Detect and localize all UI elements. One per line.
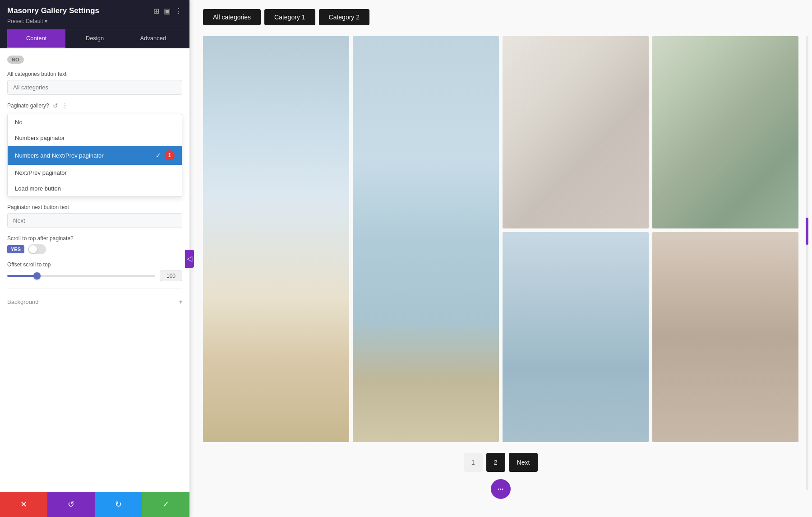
slider-fill [7,275,37,277]
reset-button[interactable]: ↺ [47,492,95,517]
yes-label: YES [7,245,24,253]
page-btn-1[interactable]: 1 [464,453,483,472]
gallery-preview: All categories Category 1 Category 2 1 2 [189,0,812,517]
save-button[interactable]: ✓ [142,492,189,517]
paginate-dropdown: No Numbers paginator Numbers and Next/Pr… [7,114,182,197]
tabs-row: Content Design Advanced [7,29,182,48]
yes-toggle-row: YES [7,244,182,254]
scroll-top-label: Scroll to top after paginate? [7,235,182,242]
dropdown-option-numbers[interactable]: Numbers paginator [8,130,182,146]
gallery-image-3[interactable] [503,36,649,228]
save-icon: ✓ [162,499,169,509]
dots-menu-button[interactable]: ••• [491,479,511,499]
resize-handle[interactable]: ◁ [185,250,194,268]
pagination-buttons: 1 2 Next [464,453,538,472]
gallery-image-2[interactable] [353,36,499,442]
gallery-image-4[interactable] [652,36,798,228]
toggle-row: NO [7,56,182,64]
dropdown-option-next-prev[interactable]: Next/Prev paginator [8,165,182,181]
gallery-image-6[interactable] [652,232,798,442]
dots-icon: ••• [498,487,504,492]
background-label: Background [7,298,38,305]
pagination-area: 1 2 Next ••• [203,453,798,508]
dropdown-option-load-more[interactable]: Load more button [8,181,182,196]
toggle-knob [29,245,37,253]
page-btn-2[interactable]: 2 [486,453,505,472]
paginate-more-icon[interactable]: ⋮ [62,102,68,109]
undo-button[interactable]: ↻ [95,492,142,517]
window-icon[interactable]: ⊞ [153,7,159,15]
panel-title: Masonry Gallery Settings [7,6,99,15]
panel-title-icons: ⊞ ▣ ⋮ [153,7,182,15]
more-icon[interactable]: ⋮ [175,7,182,15]
scrollbar-track [806,36,808,490]
chevron-down-icon: ▾ [179,298,182,305]
paginator-next-label: Paginator next button text [7,204,182,210]
all-categories-label: All categories button text [7,71,182,77]
scrollbar-thumb[interactable] [806,218,808,245]
settings-panel: Masonry Gallery Settings ⊞ ▣ ⋮ Preset: D… [0,0,189,517]
all-categories-input[interactable] [7,80,182,95]
slider-thumb[interactable] [33,272,41,279]
cat-btn-all[interactable]: All categories [203,9,261,25]
cancel-icon: ✕ [20,499,27,509]
background-row[interactable]: Background ▾ [7,294,182,309]
reset-icon: ↺ [68,499,74,509]
preset-link[interactable]: Preset: Default ▾ [7,18,47,24]
scroll-top-toggle[interactable] [28,244,46,254]
offset-scroll-label: Offset scroll to top [7,261,182,268]
resize-icon: ◁ [187,254,192,263]
tab-advanced[interactable]: Advanced [124,29,182,48]
category-buttons: All categories Category 1 Category 2 [203,9,798,25]
undo-icon: ↻ [115,499,122,509]
cat-btn-1[interactable]: Category 1 [264,9,315,25]
tab-content[interactable]: Content [7,29,65,48]
tab-design[interactable]: Design [65,29,124,48]
selected-checkmark: ✓ [156,152,161,159]
gallery-image-1[interactable] [203,36,349,442]
bottom-toolbar: ✕ ↺ ↻ ✓ [0,492,189,517]
panel-header: Masonry Gallery Settings ⊞ ▣ ⋮ Preset: D… [0,0,189,48]
page-btn-next[interactable]: Next [509,453,538,472]
paginate-reset-icon[interactable]: ↺ [53,102,58,109]
panel-body: NO All categories button text Paginate g… [0,48,189,492]
badge-count: 1 [165,150,175,160]
columns-icon[interactable]: ▣ [164,7,171,15]
background-section: Background ▾ [7,289,182,309]
paginate-section: Paginate gallery? ↺ ⋮ [7,102,182,109]
dropdown-option-no[interactable]: No [8,114,182,130]
paginator-next-input[interactable] [7,213,182,228]
paginate-label: Paginate gallery? [7,102,49,109]
toggle-no-pill[interactable]: NO [7,56,24,64]
slider-row: 100 [7,270,182,281]
dropdown-option-numbers-next-prev[interactable]: Numbers and Next/Prev paginator ✓ 1 [8,146,182,165]
slider-track[interactable] [7,275,155,277]
masonry-grid [203,36,798,442]
cat-btn-2[interactable]: Category 2 [319,9,369,25]
gallery-image-5[interactable] [503,232,649,442]
slider-value: 100 [160,270,182,281]
cancel-button[interactable]: ✕ [0,492,47,517]
